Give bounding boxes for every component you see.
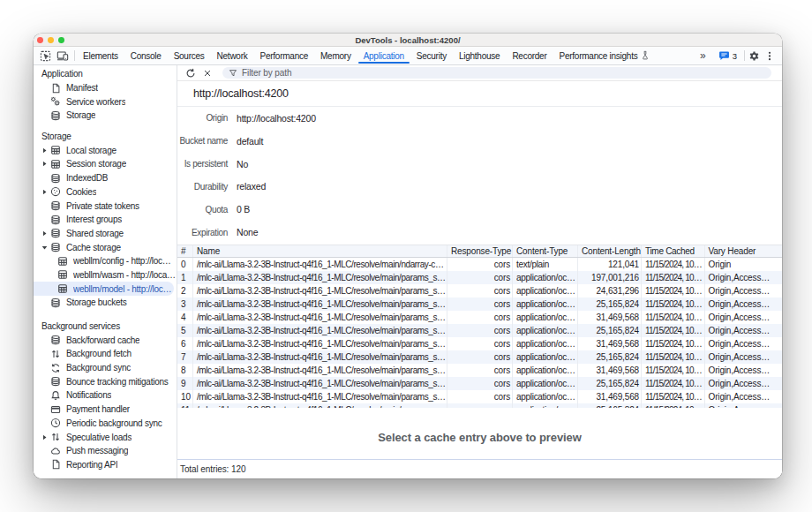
column-header-[interactable]: #: [177, 245, 193, 257]
cache-entry-row[interactable]: 8/mlc-ai/Llama-3.2-3B-Instruct-q4f16_1-M…: [177, 364, 782, 377]
meta-label: Origin: [177, 113, 228, 123]
tab-security[interactable]: Security: [410, 47, 453, 64]
sidebar-item-reporting-api[interactable]: Reporting API: [34, 458, 177, 472]
cache-entry-row[interactable]: 3/mlc-ai/Llama-3.2-3B-Instruct-q4f16_1-M…: [177, 297, 782, 311]
issues-counter[interactable]: 3: [713, 50, 742, 61]
meta-row-origin: Originhttp://localhost:4200: [177, 107, 782, 130]
refresh-icon[interactable]: [184, 66, 198, 80]
sidebar-item-push-messaging[interactable]: Push messaging: [34, 444, 177, 458]
column-header-time-cached[interactable]: Time Cached: [642, 245, 705, 257]
cache-entry-row[interactable]: 6/mlc-ai/Llama-3.2-3B-Instruct-q4f16_1-M…: [177, 337, 782, 350]
cell-resp: cors: [447, 271, 513, 284]
tabbar-left-icons: [34, 49, 72, 64]
sidebar-item-private-state-tokens[interactable]: Private state tokens: [34, 199, 177, 213]
issues-count: 3: [733, 51, 737, 61]
tab-performance[interactable]: Performance: [254, 47, 315, 64]
more-tabs-chevron-icon[interactable]: »: [693, 49, 713, 62]
tab-performance-insights[interactable]: Performance insights: [553, 47, 657, 64]
tab-label: Performance: [260, 51, 309, 61]
sidebar-item-notifications[interactable]: Notifications: [34, 388, 177, 403]
tab-sources[interactable]: Sources: [168, 47, 211, 64]
sidebar-item-webllm-wasm-http-loca[interactable]: webllm/wasm - http://loca…: [34, 268, 177, 282]
tab-label: Elements: [83, 51, 118, 61]
sidebar-item-webllm-config-http-loc[interactable]: webllm/config - http://loc…: [34, 254, 177, 268]
kebab-menu-icon[interactable]: [762, 49, 777, 64]
sidebar-item-storage[interactable]: Storage: [34, 109, 177, 123]
cache-entry-row[interactable]: 9/mlc-ai/Llama-3.2-3B-Instruct-q4f16_1-M…: [177, 377, 782, 390]
cache-entry-row[interactable]: 1/mlc-ai/Llama-3.2-3B-Instruct-q4f16_1-M…: [177, 271, 782, 284]
inspect-element-icon[interactable]: [38, 49, 53, 64]
column-header-content-length[interactable]: Content-Length: [578, 245, 642, 257]
sidebar-item-webllm-model-http-loc[interactable]: webllm/model - http://loc…: [34, 282, 174, 296]
sidebar-item-indexeddb[interactable]: IndexedDB: [34, 171, 177, 185]
cache-entry-row[interactable]: 2/mlc-ai/Llama-3.2-3B-Instruct-q4f16_1-M…: [177, 284, 782, 297]
table-icon: [50, 159, 61, 169]
sidebar-item-background-fetch[interactable]: Background fetch: [34, 347, 177, 361]
sidebar-item-label: Back/forward cache: [66, 335, 139, 345]
grid-body: 0/mlc-ai/Llama-3.2-3B-Instruct-q4f16_1-M…: [177, 258, 782, 409]
sidebar-item-label: Cache storage: [66, 243, 121, 252]
meta-row-quota: Quota0 B: [177, 198, 782, 221]
cache-entry-row[interactable]: 0/mlc-ai/Llama-3.2-3B-Instruct-q4f16_1-M…: [177, 258, 782, 271]
column-header-response-type[interactable]: Response-Type: [447, 245, 513, 257]
sidebar-item-payment-handler[interactable]: Payment handler: [34, 403, 177, 417]
cell-vary: Origin,Access…: [705, 350, 778, 364]
expand-arrow-right-icon[interactable]: [39, 189, 50, 195]
table-icon: [57, 283, 68, 294]
cell-ctype: application/oc…: [513, 297, 578, 311]
cache-entry-row[interactable]: 10/mlc-ai/Llama-3.2-3B-Instruct-q4f16_1-…: [177, 390, 782, 403]
cell-num: 3: [177, 297, 193, 311]
cell-num: 10: [177, 390, 193, 403]
sidebar-item-interest-groups[interactable]: Interest groups: [34, 213, 177, 227]
sidebar-item-background-sync[interactable]: Background sync: [34, 361, 177, 375]
expand-arrow-down-icon[interactable]: [39, 245, 50, 251]
expand-arrow-right-icon[interactable]: [39, 147, 50, 154]
sidebar-item-periodic-background-sync[interactable]: Periodic background sync: [34, 417, 177, 431]
expand-arrow-right-icon[interactable]: [39, 434, 50, 440]
column-header-vary-header[interactable]: Vary Header: [705, 245, 778, 257]
cell-time: 11/15/2024, 10…: [642, 324, 705, 337]
cell-name: /mlc-ai/Llama-3.2-3B-Instruct-q4f16_1-ML…: [193, 350, 447, 364]
delete-selected-icon[interactable]: [200, 66, 214, 80]
cache-entry-row[interactable]: 5/mlc-ai/Llama-3.2-3B-Instruct-q4f16_1-M…: [177, 324, 782, 337]
database-icon: [50, 376, 61, 387]
preview-message: Select a cache entry above to preview: [378, 431, 581, 444]
expand-arrow-right-icon[interactable]: [39, 161, 50, 167]
database-icon: [50, 173, 61, 184]
settings-gear-icon[interactable]: [747, 49, 762, 64]
database-icon: [50, 242, 61, 252]
sidebar-item-label: Speculative loads: [66, 433, 132, 442]
cache-entry-row[interactable]: 7/mlc-ai/Llama-3.2-3B-Instruct-q4f16_1-M…: [177, 350, 782, 364]
tab-console[interactable]: Console: [124, 47, 168, 64]
tab-memory[interactable]: Memory: [314, 47, 357, 64]
sidebar-item-session-storage[interactable]: Session storage: [34, 157, 177, 171]
tab-elements[interactable]: Elements: [77, 47, 124, 64]
sidebar-item-label: Private state tokens: [66, 201, 139, 211]
preview-pane: Select a cache entry above to preview: [177, 408, 782, 459]
expand-arrow-right-icon[interactable]: [39, 230, 50, 237]
column-header-name[interactable]: Name: [193, 245, 447, 257]
sidebar-item-bounce-tracking-mitigations[interactable]: Bounce tracking mitigations: [34, 374, 177, 388]
sidebar-item-back-forward-cache[interactable]: Back/forward cache: [34, 333, 177, 347]
sidebar-item-shared-storage[interactable]: Shared storage: [34, 227, 177, 241]
device-toolbar-icon[interactable]: [55, 49, 70, 64]
section-title: Background services: [34, 320, 177, 334]
meta-label: Expiration: [177, 228, 228, 237]
tab-application[interactable]: Application: [357, 47, 410, 64]
sidebar-item-speculative-loads[interactable]: Speculative loads: [34, 430, 177, 444]
sidebar-item-storage-buckets[interactable]: Storage buckets: [34, 296, 177, 310]
sidebar-item-local-storage[interactable]: Local storage: [34, 143, 177, 157]
cell-clen: 121,041: [578, 258, 642, 271]
tab-lighthouse[interactable]: Lighthouse: [453, 47, 506, 64]
total-entries-text: Total entries: 120: [180, 464, 245, 474]
cache-entry-row[interactable]: 4/mlc-ai/Llama-3.2-3B-Instruct-q4f16_1-M…: [177, 311, 782, 324]
filter-input[interactable]: Filter by path: [222, 67, 771, 79]
sidebar-item-label: Cookies: [66, 187, 96, 197]
sidebar-item-cookies[interactable]: Cookies: [34, 185, 177, 200]
tab-recorder[interactable]: Recorder: [506, 47, 553, 64]
column-header-content-type[interactable]: Content-Type: [513, 245, 578, 257]
sidebar-item-cache-storage[interactable]: Cache storage: [34, 240, 177, 254]
sidebar-item-service-workers[interactable]: Service workers: [34, 94, 177, 109]
tab-network[interactable]: Network: [211, 47, 254, 64]
sidebar-item-manifest[interactable]: Manifest: [34, 81, 177, 95]
